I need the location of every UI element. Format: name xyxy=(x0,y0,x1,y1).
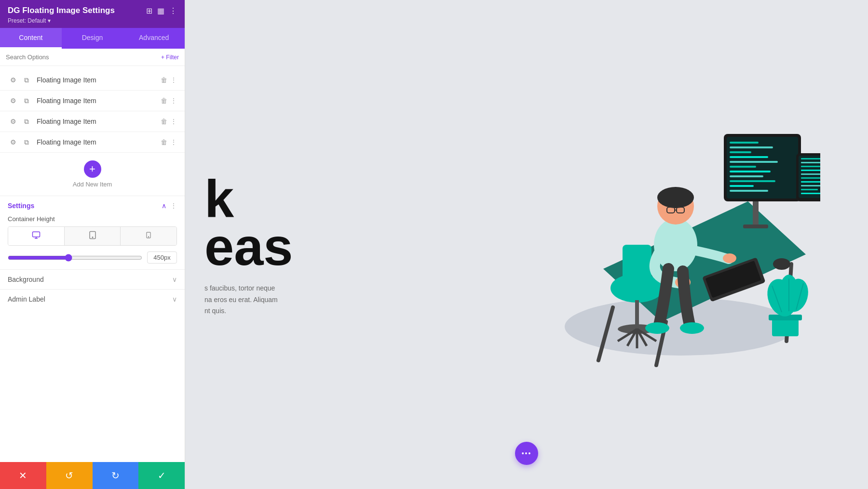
more-icon[interactable]: ⋮ xyxy=(170,118,177,125)
svg-rect-36 xyxy=(801,173,820,175)
panel-preset[interactable]: Preset: Default xyxy=(8,17,177,24)
slider-row: 450px xyxy=(8,251,177,264)
slider-value: 450px xyxy=(147,251,177,264)
more-icon[interactable]: ⋮ xyxy=(170,97,177,105)
search-bar: + Filter xyxy=(0,49,185,66)
svg-point-60 xyxy=(680,322,704,334)
svg-rect-21 xyxy=(730,151,751,153)
right-content: k eas s faucibus, tortor nequena eros eu… xyxy=(185,0,868,489)
add-new-item-button[interactable]: + Add New Item xyxy=(0,153,185,196)
tab-advanced[interactable]: Advanced xyxy=(123,28,185,49)
device-tab-tablet[interactable] xyxy=(65,227,121,245)
item-actions: 🗑 ⋮ xyxy=(161,138,177,146)
filter-button[interactable]: + Filter xyxy=(161,54,179,61)
cancel-button[interactable]: ✕ xyxy=(0,462,46,489)
duplicate-icon[interactable]: ⧉ xyxy=(21,116,32,127)
delete-icon[interactable]: 🗑 xyxy=(161,76,167,84)
chevron-down-icon[interactable]: ∨ xyxy=(172,276,177,283)
more-icon[interactable]: ⋮ xyxy=(170,138,177,146)
device-tab-desktop[interactable] xyxy=(8,227,65,245)
item-actions: 🗑 ⋮ xyxy=(161,118,177,125)
list-item: ⚙ ⧉ Floating Image Item 🗑 ⋮ xyxy=(0,91,185,111)
grid-icon[interactable]: ▦ xyxy=(157,6,164,15)
collapse-icon[interactable]: ∧ xyxy=(162,202,166,210)
illustration xyxy=(541,105,820,384)
delete-icon[interactable]: 🗑 xyxy=(161,138,167,146)
delete-icon[interactable]: 🗑 xyxy=(161,118,167,125)
svg-rect-24 xyxy=(730,166,756,168)
svg-rect-15 xyxy=(753,199,759,228)
svg-rect-34 xyxy=(801,166,820,167)
panel-tabs: Content Design Advanced xyxy=(0,28,185,49)
item-label: Floating Image Item xyxy=(37,138,156,146)
resize-icon[interactable]: ⊞ xyxy=(146,6,152,15)
illustration-area xyxy=(492,0,868,489)
panel-header: DG Floating Image Settings ⊞ ▦ ⋮ Preset:… xyxy=(0,0,185,28)
svg-rect-26 xyxy=(730,175,763,177)
list-item: ⚙ ⧉ Floating Image Item 🗑 ⋮ xyxy=(0,111,185,132)
section-header-icons: ∧ ⋮ xyxy=(162,202,177,210)
more-icon[interactable]: ⋮ xyxy=(170,76,177,84)
item-actions: 🗑 ⋮ xyxy=(161,76,177,84)
save-icon: ✓ xyxy=(158,470,166,481)
more-icon[interactable]: ⋮ xyxy=(170,202,177,210)
svg-rect-20 xyxy=(730,146,773,148)
search-input[interactable] xyxy=(6,53,157,61)
cancel-icon: ✕ xyxy=(19,470,27,481)
duplicate-icon[interactable]: ⧉ xyxy=(21,137,32,147)
device-tab-mobile[interactable] xyxy=(121,227,176,245)
header-icons: ⊞ ▦ ⋮ xyxy=(146,6,177,15)
hero-text-eas: eas xyxy=(204,220,473,273)
tab-design[interactable]: Design xyxy=(62,28,123,49)
svg-rect-0 xyxy=(32,232,40,237)
fab-icon: ••• xyxy=(522,449,532,457)
svg-rect-40 xyxy=(801,189,818,190)
save-button[interactable]: ✓ xyxy=(138,462,185,489)
settings-section-header[interactable]: Settings ∧ ⋮ xyxy=(8,202,177,210)
svg-rect-39 xyxy=(801,185,820,186)
item-icons: ⚙ ⧉ xyxy=(8,137,32,147)
background-title: Background xyxy=(8,276,44,283)
background-section-header[interactable]: Background ∨ xyxy=(8,276,177,283)
settings-icon[interactable]: ⚙ xyxy=(8,95,18,106)
svg-rect-37 xyxy=(801,177,820,179)
settings-icon[interactable]: ⚙ xyxy=(8,116,18,127)
svg-rect-35 xyxy=(801,170,820,171)
floating-action-button[interactable]: ••• xyxy=(515,442,538,465)
item-label: Floating Image Item xyxy=(37,118,156,125)
background-section: Background ∨ xyxy=(0,269,185,289)
text-area: k eas s faucibus, tortor nequena eros eu… xyxy=(185,0,492,489)
svg-rect-27 xyxy=(730,180,775,182)
svg-point-53 xyxy=(657,187,694,208)
left-panel: DG Floating Image Settings ⊞ ▦ ⋮ Preset:… xyxy=(0,0,185,489)
undo-button[interactable]: ↺ xyxy=(46,462,93,489)
undo-icon: ↺ xyxy=(65,470,73,481)
redo-button[interactable]: ↻ xyxy=(93,462,139,489)
chevron-down-icon[interactable]: ∨ xyxy=(172,295,177,303)
more-icon[interactable]: ⋮ xyxy=(169,6,177,15)
svg-rect-28 xyxy=(730,185,754,187)
settings-section: Settings ∧ ⋮ Container Height xyxy=(0,196,185,269)
svg-rect-22 xyxy=(730,156,768,158)
height-slider[interactable] xyxy=(8,254,142,262)
settings-icon[interactable]: ⚙ xyxy=(8,137,18,147)
add-new-label: Add New Item xyxy=(73,181,112,188)
panel-content: ⚙ ⧉ Floating Image Item 🗑 ⋮ ⚙ ⧉ Floating… xyxy=(0,66,185,462)
device-tabs xyxy=(8,226,177,246)
svg-rect-38 xyxy=(801,181,820,183)
svg-point-59 xyxy=(645,322,669,334)
list-item: ⚙ ⧉ Floating Image Item 🗑 ⋮ xyxy=(0,70,185,91)
svg-rect-16 xyxy=(743,225,768,228)
tab-content[interactable]: Content xyxy=(0,28,62,49)
settings-title: Settings xyxy=(8,202,34,210)
container-height-label: Container Height xyxy=(8,215,177,223)
settings-icon[interactable]: ⚙ xyxy=(8,75,18,85)
admin-label-header[interactable]: Admin Label ∨ xyxy=(8,295,177,303)
svg-rect-29 xyxy=(730,190,768,192)
duplicate-icon[interactable]: ⧉ xyxy=(21,75,32,85)
item-label: Floating Image Item xyxy=(37,76,156,84)
duplicate-icon[interactable]: ⧉ xyxy=(21,95,32,106)
list-item: ⚙ ⧉ Floating Image Item 🗑 ⋮ xyxy=(0,132,185,153)
delete-icon[interactable]: 🗑 xyxy=(161,97,167,105)
redo-icon: ↻ xyxy=(111,470,120,481)
